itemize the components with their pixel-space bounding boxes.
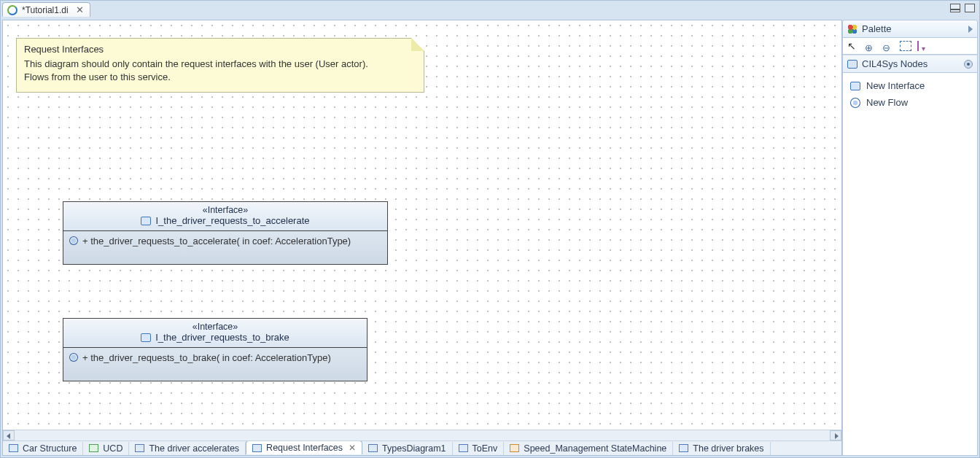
file-tab[interactable]: *Tutorial1.di ✕	[2, 2, 90, 17]
diagram-tab-driver-accelerates[interactable]: The driver accelerates	[129, 442, 246, 455]
zoom-out-icon[interactable]	[882, 41, 894, 51]
diagram-tab-icon	[459, 444, 468, 452]
interface-icon	[850, 82, 860, 90]
palette-title: Palette	[862, 23, 891, 34]
close-icon[interactable]: ✕	[349, 443, 356, 453]
interface-name-row: I_the_driver_requests_to_accelerate	[141, 215, 309, 226]
operation-text: + the_driver_requests_to_accelerate( in …	[82, 236, 351, 247]
diagram-tab-icon	[252, 444, 262, 452]
interface-name: I_the_driver_requests_to_brake	[155, 332, 289, 343]
palette-toolbar	[842, 38, 978, 55]
diagram-area: Request Interfaces This diagram should o…	[2, 20, 842, 456]
diagram-tab-icon	[9, 444, 18, 452]
diagram-tab-label: The driver brakes	[693, 443, 763, 454]
zoom-in-icon[interactable]	[865, 41, 876, 51]
diagram-tab-icon	[679, 444, 688, 452]
palette-items: New Interface New Flow	[842, 73, 978, 456]
scroll-right-icon[interactable]	[830, 430, 841, 440]
file-tab-title: *Tutorial1.di	[22, 5, 69, 15]
section-icon	[847, 60, 858, 69]
interface-stereotype: «Interface»	[68, 322, 362, 332]
diagram-tab-icon	[89, 444, 98, 452]
palette-section-header[interactable]: CIL4Sys Nodes	[842, 55, 978, 73]
interface-operations[interactable]: + the_driver_requests_to_brake( in coef:…	[63, 348, 367, 381]
diagram-tab-ucd[interactable]: UCD	[83, 442, 129, 455]
operation-icon	[69, 353, 78, 362]
operation-icon	[69, 236, 78, 245]
diagram-tab-icon	[510, 444, 519, 452]
palette-panel: Palette CIL4Sys Nodes	[842, 20, 978, 456]
diagram-tab-icon	[368, 444, 378, 452]
palette-item-label: New Flow	[866, 97, 908, 108]
note-title: Request Interfaces	[24, 43, 415, 56]
diagram-tab-label: Car Structure	[23, 443, 77, 454]
chevron-right-icon[interactable]	[968, 26, 973, 33]
note-fold-corner	[411, 38, 424, 51]
diagram-tab-speed-mgmt-sm[interactable]: Speed_Management StateMachine	[504, 442, 673, 455]
interface-node[interactable]: «Interface» I_the_driver_requests_to_bra…	[63, 318, 368, 381]
diagram-tab-label: The driver accelerates	[149, 443, 239, 454]
diagram-tab-label: Request Interfaces	[266, 443, 343, 453]
palette-item-new-flow[interactable]: New Flow	[847, 94, 973, 111]
diagram-tab-label: ToEnv	[472, 443, 498, 454]
operation-row[interactable]: + the_driver_requests_to_brake( in coef:…	[69, 352, 361, 363]
palette-item-label: New Interface	[866, 80, 925, 91]
editor-tabbar: *Tutorial1.di ✕	[1, 1, 979, 18]
interface-name-row: I_the_driver_requests_to_brake	[141, 332, 289, 343]
palette-header[interactable]: Palette	[842, 20, 978, 38]
diagram-tab-label: UCD	[103, 443, 122, 454]
layout-tool-icon[interactable]	[917, 41, 932, 51]
interface-stereotype: «Interface»	[68, 205, 383, 215]
diagram-tab-label: Speed_Management StateMachine	[524, 443, 666, 454]
maximize-icon[interactable]	[965, 4, 975, 12]
interface-name: I_the_driver_requests_to_accelerate	[155, 215, 309, 226]
operation-text: + the_driver_requests_to_brake( in coef:…	[82, 352, 331, 363]
diagram-tab-car-structure[interactable]: Car Structure	[3, 442, 83, 455]
diagram-tab-driver-brakes[interactable]: The driver brakes	[673, 442, 770, 455]
palette-item-new-interface[interactable]: New Interface	[847, 77, 973, 94]
operation-row[interactable]: + the_driver_requests_to_accelerate( in …	[69, 236, 381, 247]
interface-operations[interactable]: + the_driver_requests_to_accelerate( in …	[63, 231, 387, 264]
diagram-tab-typesdiagram1[interactable]: TypesDiagram1	[362, 442, 453, 455]
diagram-tab-toenv[interactable]: ToEnv	[453, 442, 505, 455]
diagram-canvas[interactable]: Request Interfaces This diagram should o…	[3, 20, 841, 430]
interface-icon	[141, 217, 151, 225]
close-icon[interactable]: ✕	[76, 4, 84, 15]
minimize-icon[interactable]	[950, 4, 960, 12]
note-line: Flows from the user to this service.	[24, 71, 415, 84]
horizontal-scrollbar[interactable]	[3, 430, 841, 440]
editor-window: *Tutorial1.di ✕ Request Interfaces This …	[0, 0, 980, 458]
note-line: This diagram should only contain the req…	[24, 58, 415, 71]
diagram-tab-request-interfaces[interactable]: Request Interfaces ✕	[246, 440, 362, 454]
scroll-left-icon[interactable]	[3, 430, 15, 440]
interface-node[interactable]: «Interface» I_the_driver_requests_to_acc…	[63, 201, 388, 265]
diagram-tabbar: Car Structure UCD The driver accelerates…	[3, 440, 841, 455]
interface-header[interactable]: «Interface» I_the_driver_requests_to_acc…	[63, 202, 387, 231]
palette-icon	[847, 24, 858, 34]
interface-icon	[141, 333, 151, 342]
diagram-tab-icon	[135, 444, 144, 452]
palette-section-title: CIL4Sys Nodes	[862, 58, 928, 69]
marquee-tool-icon[interactable]	[900, 41, 911, 51]
diagram-tab-label: TypesDiagram1	[382, 443, 446, 454]
pin-icon[interactable]	[964, 60, 973, 69]
diagram-scroll[interactable]: Request Interfaces This diagram should o…	[3, 20, 841, 430]
eclipse-icon	[7, 5, 18, 15]
window-controls	[950, 4, 975, 12]
interface-header[interactable]: «Interface» I_the_driver_requests_to_bra…	[63, 319, 367, 348]
note-body: Request Interfaces This diagram should o…	[17, 39, 424, 92]
note-comment[interactable]: Request Interfaces This diagram should o…	[16, 38, 424, 93]
select-tool-icon[interactable]	[847, 41, 859, 51]
flow-icon	[850, 98, 860, 108]
editor-body: Request Interfaces This diagram should o…	[1, 18, 979, 457]
